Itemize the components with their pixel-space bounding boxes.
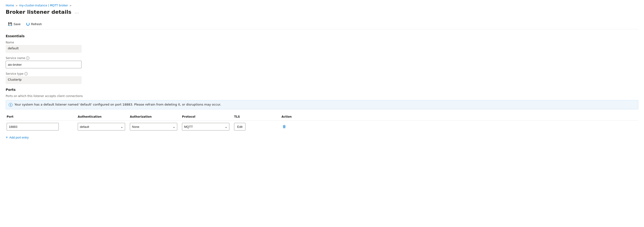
page-header: Broker listener details ... (6, 9, 638, 15)
breadcrumb-cluster[interactable]: my-cluster-instance | MQTT broker (19, 4, 68, 7)
service-type-value: ClusterIp (6, 76, 82, 84)
refresh-icon (26, 22, 30, 26)
ports-section: Ports Ports on which this listener accep… (6, 88, 638, 141)
refresh-label: Refresh (31, 22, 42, 26)
col-header-authorization: Authorization (129, 115, 181, 118)
service-type-field-group: Service type i ClusterIp (6, 72, 638, 84)
add-port-button[interactable]: + Add port entry (6, 134, 29, 141)
breadcrumb: Home > my-cluster-instance | MQTT broker… (6, 4, 638, 7)
service-type-label: Service type i (6, 72, 638, 75)
service-type-info-icon: i (24, 72, 28, 75)
save-button[interactable]: 💾 Save (6, 21, 23, 27)
service-name-field-group: Service name i (6, 57, 638, 68)
name-field-group: Name default (6, 41, 638, 53)
col-header-action: Action (280, 115, 300, 118)
col-header-protocol: Protocol (181, 115, 233, 118)
ports-title: Ports (6, 88, 638, 92)
protocol-select-wrapper: MQTT (182, 123, 229, 130)
ports-table-header: Port Authentication Authorization Protoc… (6, 113, 638, 120)
table-row: default None MQTT Edit (6, 121, 638, 132)
service-name-info-icon: i (26, 57, 30, 60)
info-banner-icon: i (9, 103, 12, 107)
authentication-select-wrapper: default (78, 123, 125, 130)
info-banner-text: Your system has a default listener named… (14, 103, 221, 106)
delete-row-button[interactable]: 🗑 (282, 124, 287, 130)
name-label: Name (6, 41, 638, 44)
toolbar: 💾 Save Refresh (6, 19, 638, 30)
action-cell: 🗑 (280, 124, 300, 130)
breadcrumb-sep-2: > (70, 4, 72, 7)
authentication-cell: default (77, 123, 129, 130)
page-container: Home > my-cluster-instance | MQTT broker… (0, 0, 644, 145)
col-header-port: Port (6, 115, 77, 118)
col-header-tls: TLS (233, 115, 280, 118)
tls-cell: Edit (233, 123, 280, 130)
port-cell (6, 123, 77, 130)
protocol-select[interactable]: MQTT (182, 123, 229, 130)
authentication-select[interactable]: default (78, 123, 125, 130)
tls-edit-button[interactable]: Edit (234, 123, 246, 130)
port-input[interactable] (7, 123, 59, 130)
ports-info-banner: i Your system has a default listener nam… (6, 100, 638, 109)
more-options-button[interactable]: ... (73, 10, 80, 15)
name-value: default (6, 45, 82, 53)
page-title: Broker listener details (6, 9, 71, 15)
essentials-section: Essentials Name default Service name i S… (6, 34, 638, 84)
add-port-label: Add port entry (9, 136, 29, 139)
breadcrumb-home[interactable]: Home (6, 4, 14, 7)
delete-icon: 🗑 (282, 125, 286, 129)
refresh-button[interactable]: Refresh (24, 21, 44, 27)
save-icon: 💾 (8, 22, 12, 26)
save-label: Save (14, 22, 20, 26)
add-icon: + (6, 135, 8, 139)
ports-subtitle: Ports on which this listener accepts cli… (6, 94, 638, 98)
authorization-select-wrapper: None (130, 123, 177, 130)
authorization-cell: None (129, 123, 181, 130)
service-name-label: Service name i (6, 57, 638, 60)
authorization-select[interactable]: None (130, 123, 177, 130)
col-header-authentication: Authentication (77, 115, 129, 118)
protocol-cell: MQTT (181, 123, 233, 130)
essentials-title: Essentials (6, 34, 638, 38)
service-name-input[interactable] (6, 61, 82, 68)
breadcrumb-sep-1: > (16, 4, 18, 7)
